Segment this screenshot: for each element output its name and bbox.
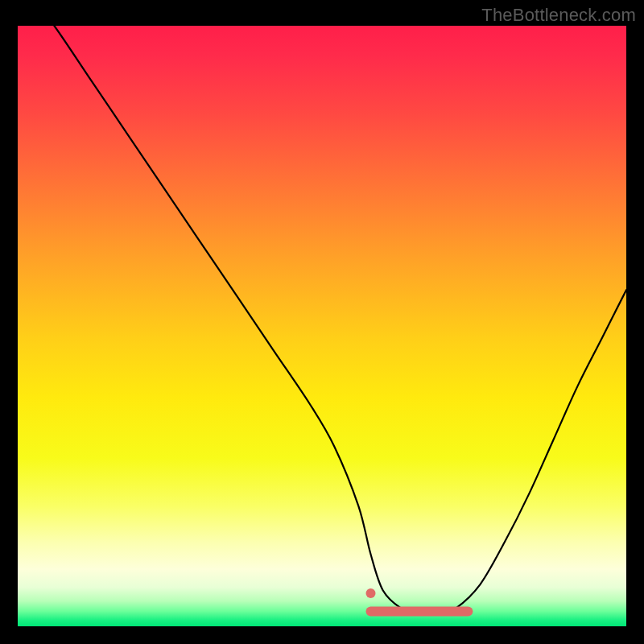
plot-svg [18, 26, 626, 626]
plot-area [18, 26, 626, 626]
watermark-text: TheBottleneck.com [481, 5, 636, 26]
gradient-background [18, 26, 626, 626]
curve-marker [366, 588, 376, 598]
chart-frame: TheBottleneck.com [0, 0, 644, 644]
